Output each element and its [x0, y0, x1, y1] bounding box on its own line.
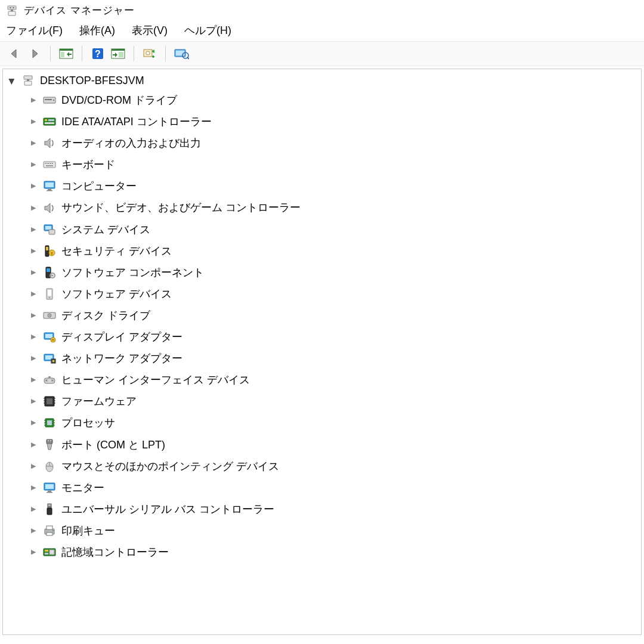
tree-item[interactable]: ▶オーディオの入力および出力 [28, 132, 637, 154]
tree-item-label: ソフトウェア コンポーネント [61, 265, 204, 280]
show-hide-tree-button[interactable] [58, 45, 75, 62]
processor-icon [42, 416, 57, 429]
tree-item-label: サウンド、ビデオ、およびゲーム コントローラー [61, 200, 301, 215]
ide-controller-icon [42, 115, 57, 128]
computer-root-icon [21, 74, 35, 87]
chevron-right-icon[interactable]: ▶ [29, 95, 38, 105]
chevron-right-icon[interactable]: ▶ [29, 181, 38, 191]
tree-item-label: ポート (COM と LPT) [61, 437, 165, 453]
software-device-icon [42, 287, 57, 301]
display-adapter-icon [42, 330, 57, 343]
tree-item[interactable]: ▶ディスク ドライブ [28, 305, 637, 326]
tree-item[interactable]: ▶システム デバイス [28, 219, 637, 240]
tree-item[interactable]: ▶印刷キュー [28, 520, 637, 541]
forward-button[interactable] [26, 45, 43, 62]
help-button[interactable]: ? [89, 45, 106, 62]
tree-item-label: ヒューマン インターフェイス デバイス [61, 372, 250, 388]
tree-item[interactable]: ▶マウスとそのほかのポインティング デバイス [28, 456, 637, 477]
audio-io-icon [42, 137, 57, 150]
menu-file[interactable]: ファイル(F) [6, 23, 63, 38]
chevron-right-icon[interactable]: ▶ [29, 289, 38, 299]
show-hidden-devices-button[interactable] [173, 45, 190, 62]
tree-item[interactable]: ▶ソフトウェア デバイス [28, 283, 637, 305]
sound-video-icon [42, 202, 57, 215]
tree-item[interactable]: ▶ユニバーサル シリアル バス コントローラー [28, 499, 637, 520]
chevron-right-icon[interactable]: ▶ [29, 483, 38, 493]
dvd-drive-icon [42, 94, 57, 107]
tree-item[interactable]: ▶セキュリティ デバイス [28, 240, 637, 262]
port-icon [42, 438, 57, 451]
tree-item[interactable]: ▶IDE ATA/ATAPI コントローラー [28, 111, 637, 132]
computer-icon [42, 179, 57, 193]
tree-item[interactable]: ▶ヒューマン インターフェイス デバイス [28, 369, 637, 391]
tree-item-label: IDE ATA/ATAPI コントローラー [61, 114, 212, 129]
svg-text:?: ? [95, 49, 101, 59]
scan-hardware-button[interactable] [141, 45, 158, 62]
tree-item[interactable]: ▶モニター [28, 477, 637, 499]
chevron-right-icon[interactable]: ▶ [29, 440, 38, 450]
tree-item[interactable]: ▶キーボード [28, 154, 637, 175]
tree-item[interactable]: ▶DVD/CD-ROM ドライブ [28, 89, 637, 111]
chevron-right-icon[interactable]: ▶ [29, 526, 38, 535]
chevron-right-icon[interactable]: ▶ [29, 462, 38, 471]
svg-rect-7 [61, 52, 64, 57]
hid-icon [42, 373, 57, 386]
chevron-right-icon[interactable]: ▶ [29, 138, 38, 148]
tree-item[interactable]: ▶記憶域コントローラー [28, 541, 637, 563]
chevron-right-icon[interactable]: ▶ [29, 225, 38, 234]
device-tree[interactable]: ▶ DESKTOP-BFESJVM ▶DVD/CD-ROM ドライブ▶IDE A… [2, 69, 642, 635]
storage-controller-icon [42, 546, 57, 559]
menu-view[interactable]: 表示(V) [132, 23, 168, 38]
svg-rect-1 [10, 7, 11, 8]
tree-item[interactable]: ▶コンピューター [28, 175, 637, 197]
chevron-right-icon[interactable]: ▶ [29, 418, 38, 428]
tree-item-label: ユニバーサル シリアル バス コントローラー [61, 501, 274, 517]
mouse-icon [42, 460, 57, 473]
tree-item[interactable]: ▶ポート (COM と LPT) [28, 434, 637, 456]
tree-item-label: システム デバイス [61, 222, 150, 237]
chevron-right-icon[interactable]: ▶ [29, 332, 38, 342]
chevron-right-icon[interactable]: ▶ [29, 354, 38, 363]
tree-item[interactable]: ▶ファームウェア [28, 391, 637, 412]
software-component-icon [42, 266, 57, 279]
chevron-right-icon[interactable]: ▶ [29, 117, 38, 126]
tree-item[interactable]: ▶サウンド、ビデオ、およびゲーム コントローラー [28, 197, 637, 218]
tree-item-label: キーボード [61, 157, 115, 172]
tree-item-label: プロセッサ [61, 415, 115, 431]
chevron-right-icon[interactable]: ▶ [29, 311, 38, 320]
menu-action[interactable]: 操作(A) [79, 23, 115, 38]
chevron-right-icon[interactable]: ▶ [29, 375, 38, 385]
svg-rect-6 [60, 49, 73, 51]
tree-item-label: オーディオの入力および出力 [61, 135, 201, 151]
window-title: デバイス マネージャー [24, 4, 135, 17]
svg-rect-21 [24, 81, 32, 85]
tree-root-label: DESKTOP-BFESJVM [40, 75, 144, 87]
tree-root-node[interactable]: ▶ DESKTOP-BFESJVM [7, 74, 637, 87]
chevron-right-icon[interactable]: ▶ [29, 504, 38, 514]
tree-children: ▶DVD/CD-ROM ドライブ▶IDE ATA/ATAPI コントローラー▶オ… [7, 89, 637, 563]
chevron-right-icon[interactable]: ▶ [29, 246, 38, 256]
svg-rect-19 [24, 76, 32, 79]
back-button[interactable] [6, 45, 23, 62]
system-device-icon [42, 223, 57, 236]
keyboard-icon [42, 158, 57, 171]
menu-help[interactable]: ヘルプ(H) [184, 23, 231, 38]
chevron-right-icon[interactable]: ▶ [29, 397, 38, 406]
tree-item-label: 記憶域コントローラー [61, 544, 169, 560]
tree-item[interactable]: ▶プロセッサ [28, 412, 637, 434]
action-preview-button[interactable] [110, 45, 126, 62]
svg-line-18 [187, 57, 189, 59]
chevron-right-icon[interactable]: ▶ [29, 547, 38, 557]
tree-item[interactable]: ▶ソフトウェア コンポーネント [28, 262, 637, 283]
svg-rect-4 [8, 11, 16, 16]
tree-item-label: ソフトウェア デバイス [61, 286, 172, 302]
tree-item[interactable]: ▶ディスプレイ アダプター [28, 326, 637, 348]
chevron-right-icon[interactable]: ▶ [29, 160, 38, 169]
tree-item-label: ファームウェア [61, 394, 137, 409]
chevron-down-icon[interactable]: ▶ [8, 77, 17, 85]
chevron-right-icon[interactable]: ▶ [29, 203, 38, 213]
tree-item[interactable]: ▶ネットワーク アダプター [28, 348, 637, 369]
chevron-right-icon[interactable]: ▶ [29, 268, 38, 277]
svg-rect-2 [13, 7, 14, 8]
network-adapter-icon [42, 352, 57, 365]
